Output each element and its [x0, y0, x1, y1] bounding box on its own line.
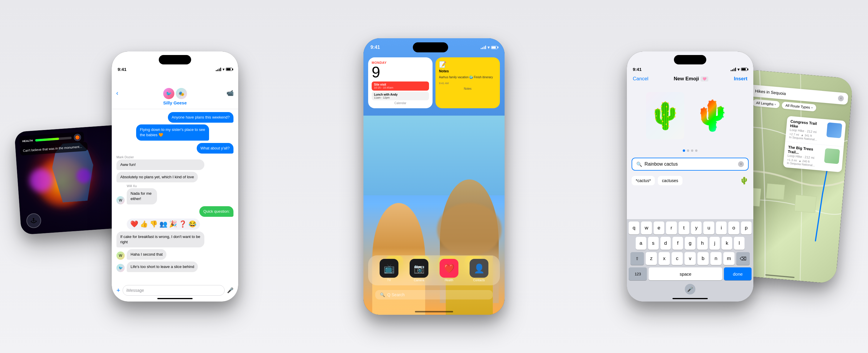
- message-input[interactable]: iMessage: [123, 285, 225, 296]
- home-indicator-2: [157, 298, 193, 299]
- key-m[interactable]: m: [723, 252, 735, 265]
- key-y[interactable]: y: [691, 222, 702, 234]
- avatar-bottom: 🐦: [117, 264, 125, 272]
- home-search-bar[interactable]: 🔍 Q Search: [375, 290, 493, 299]
- signal-2: [216, 68, 221, 71]
- key-space[interactable]: space: [649, 267, 722, 280]
- msg-7: Quick question:: [199, 206, 234, 217]
- message-input-bar: + iMessage 🎤: [117, 285, 234, 296]
- key-p[interactable]: p: [741, 222, 751, 234]
- key-h[interactable]: h: [697, 237, 708, 250]
- key-r[interactable]: r: [666, 222, 677, 234]
- suggestion-2[interactable]: cactuses: [658, 176, 682, 185]
- key-x[interactable]: x: [659, 252, 670, 265]
- emoji-search-icon: 🔍: [636, 161, 642, 167]
- key-w[interactable]: w: [641, 222, 652, 234]
- key-j[interactable]: j: [710, 237, 720, 250]
- map-search-close[interactable]: ✕: [838, 95, 844, 102]
- will-avatar-2: W: [117, 252, 125, 260]
- mic-row: 🎤: [629, 283, 751, 296]
- key-b[interactable]: b: [698, 252, 709, 265]
- dock-camera-icon[interactable]: 📷: [410, 259, 428, 278]
- dpad-icon[interactable]: 🕹: [26, 213, 41, 229]
- key-delete[interactable]: ⌫: [736, 252, 750, 265]
- key-e[interactable]: e: [654, 222, 664, 234]
- video-btn[interactable]: 📹: [226, 89, 234, 96]
- filter-lengths-label: All Lengths: [756, 100, 774, 106]
- key-done[interactable]: done: [724, 267, 751, 280]
- back-btn-2[interactable]: ‹: [116, 89, 118, 97]
- key-o[interactable]: o: [728, 222, 739, 234]
- key-q[interactable]: q: [629, 222, 639, 234]
- time-2: 9:41: [118, 67, 126, 72]
- key-row-3: ⇧ z x c v b n m ⌫: [629, 252, 751, 265]
- cactus-sticker-1[interactable]: 🌵: [646, 92, 684, 139]
- dock-health-icon[interactable]: ❤️: [440, 259, 458, 278]
- dock-health[interactable]: ❤️ Health: [440, 259, 458, 282]
- result-2-thumb: [824, 148, 840, 164]
- input-placeholder: iMessage: [126, 288, 144, 293]
- key-a[interactable]: a: [636, 237, 646, 250]
- sender-2: Will Xu: [127, 184, 167, 188]
- home-indicator-3: [415, 311, 453, 313]
- key-t[interactable]: t: [679, 222, 689, 234]
- status-bar-3: 9:41 ▾: [364, 38, 504, 52]
- wifi-4: ▾: [738, 67, 740, 72]
- cal-event-1: Site visit 10:15 - 10:45am: [372, 82, 429, 91]
- filter-lengths[interactable]: All Lengths ▾: [752, 99, 780, 108]
- cal-event-1-title: Site visit: [374, 83, 427, 86]
- phone-emoji: 9:41 ▾ Cancel: [627, 52, 753, 301]
- widgets-row: MONDAY 9 Site visit 10:15 - 10:45am Lunc…: [368, 57, 500, 108]
- calendar-widget[interactable]: MONDAY 9 Site visit 10:15 - 10:45am Lunc…: [368, 57, 433, 108]
- filter-route-types[interactable]: All Route Types ▾: [781, 101, 816, 112]
- filter-route-label: All Route Types: [785, 103, 810, 110]
- key-z[interactable]: z: [646, 252, 657, 265]
- emoji-stickers-area: 🌵 🌵: [627, 85, 753, 147]
- key-v[interactable]: v: [684, 252, 696, 265]
- emoji-search-input[interactable]: 🔍 Rainbow cactus ✕: [631, 158, 749, 171]
- group-name[interactable]: Silly Geese: [118, 100, 232, 105]
- dock-contacts[interactable]: 👤 Contacts: [470, 259, 488, 282]
- key-l[interactable]: l: [734, 237, 744, 250]
- map-result-1[interactable]: Congress Trail Hike Loop Hike · 212 mi +…: [785, 116, 846, 147]
- key-c[interactable]: c: [672, 252, 683, 265]
- new-emoji-title: New Emoji: [674, 76, 699, 82]
- cal-event-2-title: Lunch with Andy: [374, 93, 427, 96]
- mic-btn[interactable]: 🎤: [227, 287, 234, 294]
- key-g[interactable]: g: [685, 237, 695, 250]
- emoji-search-clear[interactable]: ✕: [738, 161, 744, 167]
- plus-btn[interactable]: +: [117, 287, 120, 294]
- emoji-dots: [627, 147, 753, 155]
- suggestion-plant[interactable]: 🌵: [740, 177, 749, 185]
- notes-label: Notes: [439, 87, 496, 90]
- cactus-sticker-2[interactable]: 🌵: [690, 91, 734, 141]
- key-f[interactable]: f: [673, 237, 683, 250]
- dynamic-island-3: [413, 42, 448, 52]
- key-i[interactable]: i: [716, 222, 726, 234]
- insert-btn[interactable]: Insert: [734, 76, 747, 82]
- dot-3: [691, 149, 693, 152]
- map-result-2[interactable]: The Big Trees Trail... Loop Hike · 212 m…: [783, 142, 844, 172]
- key-s[interactable]: s: [648, 237, 659, 250]
- key-u[interactable]: u: [703, 222, 714, 234]
- key-d[interactable]: d: [660, 237, 671, 250]
- suggestion-1[interactable]: *cactus*: [631, 176, 655, 185]
- keyboard-mic[interactable]: 🎤: [685, 284, 695, 294]
- dock-camera[interactable]: 📷 Camera: [410, 259, 428, 282]
- key-shift[interactable]: ⇧: [630, 252, 644, 265]
- key-123[interactable]: 123: [629, 267, 647, 280]
- home-indicator-4: [673, 298, 708, 299]
- key-k[interactable]: k: [721, 237, 732, 250]
- notes-widget[interactable]: 📝 Notes Aarhus family vacation 🌍 Finish …: [435, 57, 500, 108]
- cal-day: MONDAY: [372, 61, 429, 64]
- sticker-badge: 🩷: [701, 77, 708, 82]
- key-n[interactable]: n: [710, 252, 721, 265]
- dock-tv[interactable]: 📺 TV: [380, 259, 398, 282]
- dynamic-island-4: [674, 55, 706, 64]
- wifi-2: ▾: [223, 67, 224, 71]
- dock-tv-icon[interactable]: 📺: [380, 259, 398, 278]
- dock-contacts-icon[interactable]: 👤: [470, 259, 488, 278]
- cal-label: Calendar: [372, 101, 429, 105]
- cancel-btn[interactable]: Cancel: [633, 76, 648, 82]
- msg-9: Haha I second that: [127, 249, 166, 260]
